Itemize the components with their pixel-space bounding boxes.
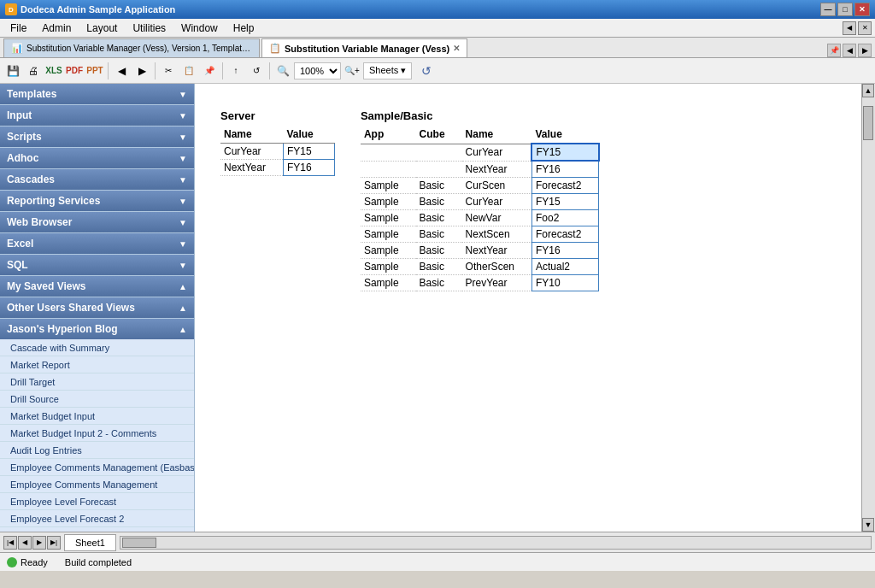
sidebar-header-adhoc[interactable]: Adhoc ▼ xyxy=(0,148,194,168)
menu-help[interactable]: Help xyxy=(226,20,261,37)
sample-basic-table: App Cube Name Value CurYea xyxy=(361,126,600,291)
content-area: Server Name Value CurYear xyxy=(195,84,861,532)
sidebar-header-my-saved[interactable]: My Saved Views ▲ xyxy=(0,276,194,297)
content-with-scroll: Server Name Value CurYear xyxy=(195,84,875,532)
sidebar-header-templates[interactable]: Templates ▼ xyxy=(0,84,194,104)
menu-window[interactable]: Window xyxy=(174,20,225,37)
maximize-button[interactable]: □ xyxy=(837,3,853,16)
h-scroll-thumb[interactable] xyxy=(122,538,156,548)
sidebar-header-reporting[interactable]: Reporting Services ▼ xyxy=(0,191,194,211)
toolbar-forward[interactable]: ▶ xyxy=(132,62,151,80)
sidebar-item-cascade-summary[interactable]: Cascade with Summary xyxy=(0,339,194,356)
sidebar-header-web-browser[interactable]: Web Browser ▼ xyxy=(0,212,194,232)
tab-nav-prev[interactable]: ◀ xyxy=(843,44,856,57)
toolbar-ppt[interactable]: PPT xyxy=(85,62,104,80)
sidebar-item-emp-level-forecast-entries[interactable]: Employee Level Forecast Entries xyxy=(0,527,194,532)
sidebar-item-drill-target[interactable]: Drill Target xyxy=(0,373,194,391)
sb-r4-value[interactable]: FY15 xyxy=(531,194,598,210)
sb-r7-name: NextYear xyxy=(462,243,532,259)
menu-layout[interactable]: Layout xyxy=(79,20,124,37)
sheet-tab-sheet1[interactable]: Sheet1 xyxy=(64,534,116,551)
sb-r1-name: CurYear xyxy=(462,144,532,161)
sidebar-header-jasons-blog[interactable]: Jason's Hyperion Blog ▲ xyxy=(0,319,194,339)
toolbar-back[interactable]: ◀ xyxy=(112,62,131,80)
tab-nav-next[interactable]: ▶ xyxy=(858,44,872,57)
toolbar-sep-4 xyxy=(269,62,270,79)
sb-r9-value[interactable]: FY10 xyxy=(531,275,598,291)
menu-admin[interactable]: Admin xyxy=(35,20,78,37)
tab-template-designer[interactable]: 📊 Substitution Variable Manager (Vess), … xyxy=(3,38,260,57)
horizontal-scrollbar[interactable] xyxy=(120,536,872,550)
tab-subst-var[interactable]: 📋 Substitution Variable Manager (Vess) ✕ xyxy=(261,38,467,57)
menu-file[interactable]: File xyxy=(3,20,33,37)
table-row: Sample Basic PrevYear FY10 xyxy=(361,275,599,291)
sb-r6-value[interactable]: Forecast2 xyxy=(531,226,598,243)
sidebar-item-emp-level-forecast-2[interactable]: Employee Level Forecast 2 xyxy=(0,510,194,527)
tab-close-icon[interactable]: ✕ xyxy=(453,44,460,53)
toolbar-paste[interactable]: 📌 xyxy=(200,62,219,80)
minimize-button[interactable]: — xyxy=(820,3,836,16)
sidebar-item-market-report[interactable]: Market Report xyxy=(0,356,194,373)
toolbar-submit[interactable]: ↑ xyxy=(226,62,245,80)
sidebar-item-market-budget-2[interactable]: Market Budget Input 2 - Comments xyxy=(0,425,194,442)
menu-utilities[interactable]: Utilities xyxy=(126,20,173,37)
sidebar-item-drill-source[interactable]: Drill Source xyxy=(0,391,194,408)
toolbar-zoom-out[interactable]: 🔍 xyxy=(273,62,292,80)
server-row-2-value[interactable]: FY16 xyxy=(283,160,334,176)
sidebar-web-browser-arrow: ▼ xyxy=(179,218,187,227)
sb-r1-value[interactable]: FY15 xyxy=(531,144,598,161)
sidebar-item-audit-log[interactable]: Audit Log Entries xyxy=(0,442,194,459)
sheet-nav-next[interactable]: ▶ xyxy=(32,536,46,550)
server-row-1-value[interactable]: FY15 xyxy=(283,144,334,160)
sheets-button[interactable]: Sheets ▾ xyxy=(363,62,412,79)
sb-r2-value[interactable]: FY16 xyxy=(531,161,598,178)
toolbar-refresh[interactable]: ↺ xyxy=(247,62,266,80)
status-left: Ready xyxy=(7,557,48,567)
sb-r3-value[interactable]: Forecast2 xyxy=(531,178,598,194)
close-button[interactable]: ✕ xyxy=(854,3,870,16)
table-row: Sample Basic NextYear FY16 xyxy=(361,243,599,259)
sidebar-my-saved-label: My Saved Views xyxy=(7,280,86,292)
sheet-nav-last[interactable]: ▶| xyxy=(47,536,61,550)
sidebar-my-saved-arrow: ▲ xyxy=(179,282,187,291)
window-controls: — □ ✕ xyxy=(820,3,870,16)
sidebar-item-emp-level-forecast[interactable]: Employee Level Forecast xyxy=(0,493,194,510)
sidebar-toggle[interactable]: ◀ xyxy=(843,21,856,35)
toolbar-cut[interactable]: ✂ xyxy=(159,62,178,80)
toolbar-excel[interactable]: XLS xyxy=(44,62,63,80)
v-scroll-up[interactable]: ▲ xyxy=(862,84,874,97)
server-col-name: Name xyxy=(220,126,283,144)
sidebar-header-scripts[interactable]: Scripts ▼ xyxy=(0,126,194,147)
toolbar-zoom-in[interactable]: 🔍+ xyxy=(343,62,361,80)
title-bar: D Dodeca Admin Sample Application — □ ✕ xyxy=(0,0,875,19)
zoom-select[interactable]: 100% 75% 125% xyxy=(294,62,341,79)
sheet-nav-prev[interactable]: ◀ xyxy=(18,536,32,550)
sidebar-item-emp-comments[interactable]: Employee Comments Management xyxy=(0,476,194,493)
toolbar-pdf[interactable]: PDF xyxy=(65,62,84,80)
v-scroll-thumb[interactable] xyxy=(863,106,873,140)
toolbar-save[interactable]: 💾 xyxy=(3,62,22,80)
status-bar: Ready Build completed xyxy=(0,552,875,571)
sidebar-header-sql[interactable]: SQL ▼ xyxy=(0,255,194,275)
sheet-nav-first[interactable]: |◀ xyxy=(3,536,17,550)
table-row: Sample Basic NewVar Foo2 xyxy=(361,210,599,226)
v-scroll-down[interactable]: ▼ xyxy=(862,518,874,532)
sb-r7-value[interactable]: FY16 xyxy=(531,243,598,259)
sidebar-item-market-budget[interactable]: Market Budget Input xyxy=(0,408,194,425)
sb-r8-value[interactable]: Actual2 xyxy=(531,259,598,275)
sidebar-item-emp-comments-easbase[interactable]: Employee Comments Management (Easbase. xyxy=(0,459,194,476)
server-table-section: Server Name Value CurYear xyxy=(220,109,335,291)
sidebar-pin[interactable]: ✕ xyxy=(858,21,872,35)
sample-basic-table-section: Sample/Basic App Cube Name Value xyxy=(361,109,600,291)
toolbar-print[interactable]: 🖨 xyxy=(24,62,43,80)
toolbar: 💾 🖨 XLS PDF PPT ◀ ▶ ✂ 📋 📌 ↑ ↺ 🔍 100% 75%… xyxy=(0,58,875,84)
sb-r5-value[interactable]: Foo2 xyxy=(531,210,598,226)
sidebar-header-cascades[interactable]: Cascades ▼ xyxy=(0,169,194,190)
sidebar-header-other-users[interactable]: Other Users Shared Views ▲ xyxy=(0,297,194,318)
tab-nav-pin[interactable]: 📌 xyxy=(827,44,841,57)
toolbar-copy[interactable]: 📋 xyxy=(179,62,198,80)
toolbar-refresh-btn[interactable]: ↺ xyxy=(417,62,436,80)
sidebar-header-excel[interactable]: Excel ▼ xyxy=(0,233,194,254)
sidebar-header-input[interactable]: Input ▼ xyxy=(0,105,194,126)
sb-r2-cube xyxy=(416,161,462,178)
